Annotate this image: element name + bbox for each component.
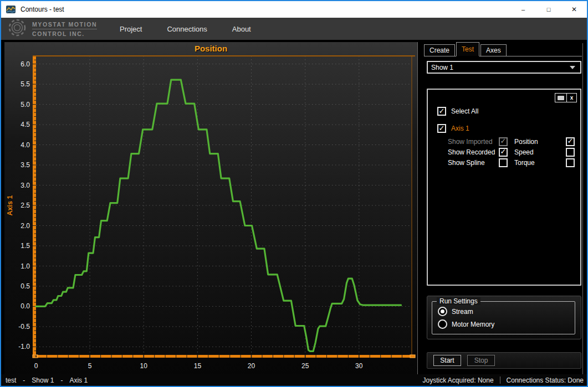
panel-edge-divider — [582, 43, 583, 374]
svg-text:2.5: 2.5 — [21, 202, 30, 209]
svg-text:0.5: 0.5 — [21, 282, 30, 290]
show-spline-checkbox[interactable] — [499, 158, 508, 167]
run-settings-groupbox: Run Settings StreamMotor Memory — [432, 301, 575, 334]
radio-row-stream[interactable]: Stream — [438, 307, 575, 316]
status-item: Connections Status: Done — [507, 376, 584, 384]
legend-restore-button[interactable] — [555, 94, 567, 102]
maximize-button[interactable]: □ — [536, 1, 561, 18]
speed-checkbox[interactable] — [566, 148, 575, 157]
svg-text:5.5: 5.5 — [21, 80, 30, 88]
svg-text:4.5: 4.5 — [21, 121, 30, 128]
tab-strip: CreateTestAxes — [424, 42, 582, 56]
position-checkbox[interactable] — [566, 137, 575, 146]
start-button[interactable]: Start — [433, 355, 461, 366]
status-separator: - — [23, 376, 25, 384]
right-panel: CreateTestAxes Show 1 x Select All Axis … — [423, 42, 585, 375]
brand-text: MYOSTAT MOTION CONTROL INC. — [32, 21, 97, 37]
menu-item-connections[interactable]: Connections — [167, 25, 207, 33]
status-right: Joystick Acquired: NoneConnections Statu… — [423, 376, 584, 384]
app-window: Contours - test – □ ✕ MYOSTAT MOTION CON… — [0, 0, 588, 387]
app-icon — [6, 6, 16, 13]
legend-right-label: Position — [514, 138, 554, 146]
radio-row-motor-memory[interactable]: Motor Memory — [438, 319, 575, 329]
legend-left-label: Show Spline — [448, 159, 499, 167]
close-button[interactable]: ✕ — [561, 1, 587, 18]
svg-text:20: 20 — [248, 362, 255, 370]
status-segment: Axis 1 — [69, 376, 88, 384]
menu-item-project[interactable]: Project — [120, 25, 142, 33]
svg-text:4.0: 4.0 — [21, 141, 30, 149]
svg-text:-0.5: -0.5 — [18, 323, 30, 331]
svg-text:15: 15 — [194, 362, 202, 370]
svg-text:5: 5 — [88, 362, 92, 370]
status-bar: test-Show 1-Axis 1 Joystick Acquired: No… — [1, 374, 587, 386]
legend-row: Show ImportedPosition — [448, 136, 575, 147]
title-bar: Contours - test – □ ✕ — [1, 1, 587, 18]
radio-label: Motor Memory — [452, 321, 494, 328]
chevron-down-icon — [570, 66, 575, 69]
brand-line2: CONTROL INC. — [32, 29, 97, 37]
svg-text:25: 25 — [301, 362, 309, 370]
axis1-label: Axis 1 — [451, 125, 469, 132]
window-title: Contours - test — [21, 6, 64, 13]
stream-radio[interactable] — [438, 307, 447, 316]
legend-right-label: Torque — [514, 159, 554, 167]
y-axis-title: Axis 1 — [6, 195, 14, 216]
legend-left-label: Show Imported — [448, 138, 499, 146]
run-mode-radio-group: StreamMotor Memory — [432, 302, 575, 329]
legend-right-label: Speed — [514, 148, 554, 156]
legend-panel: x Select All Axis 1 Show ImportedPositio… — [427, 89, 581, 286]
tab-axes[interactable]: Axes — [480, 44, 507, 56]
run-settings-panel: Run Settings StreamMotor Memory — [427, 296, 581, 339]
menu-item-about[interactable]: About — [232, 25, 251, 33]
svg-text:6.0: 6.0 — [21, 60, 30, 68]
status-left: test-Show 1-Axis 1 — [6, 376, 88, 384]
status-segment: test — [6, 376, 16, 384]
window-controls: – □ ✕ — [510, 1, 587, 18]
show-dropdown-value: Show 1 — [431, 64, 453, 71]
svg-text:-1.0: -1.0 — [18, 343, 30, 350]
axis1-row: Axis 1 — [437, 124, 469, 133]
status-divider — [500, 376, 500, 384]
brand-gear-icon — [6, 17, 29, 40]
legend-window-buttons: x — [555, 93, 577, 102]
svg-text:3.5: 3.5 — [21, 161, 30, 169]
status-segment: Show 1 — [32, 376, 54, 384]
axis1-checkbox[interactable] — [437, 124, 446, 133]
position-chart-panel: Position 6.05.55.04.54.03.53.02.52.01.51… — [4, 42, 418, 375]
svg-text:10: 10 — [140, 362, 148, 370]
svg-text:5.0: 5.0 — [21, 101, 30, 109]
legend-row: Show SplineTorque — [448, 157, 575, 168]
radio-label: Stream — [452, 308, 473, 316]
tab-create[interactable]: Create — [424, 44, 455, 56]
svg-text:30: 30 — [355, 362, 363, 370]
legend-row: Show RecordedSpeed — [448, 147, 575, 157]
restore-icon — [558, 96, 564, 100]
position-chart: 6.05.55.04.54.03.53.02.52.01.51.00.50.0-… — [4, 42, 418, 375]
legend-option-rows: Show ImportedPositionShow RecordedSpeedS… — [428, 136, 580, 168]
stop-button[interactable]: Stop — [467, 355, 495, 366]
motor-memory-radio[interactable] — [438, 319, 447, 329]
select-all-label: Select All — [451, 107, 478, 115]
show-dropdown[interactable]: Show 1 — [427, 61, 581, 74]
legend-left-label: Show Recorded — [448, 148, 499, 156]
svg-text:0.0: 0.0 — [21, 302, 30, 310]
svg-text:2.0: 2.0 — [21, 222, 30, 230]
brand-line1: MYOSTAT MOTION — [32, 21, 97, 28]
action-button-strip: StartStop — [427, 352, 581, 369]
menu-bar: MYOSTAT MOTION CONTROL INC. ProjectConne… — [1, 18, 587, 40]
svg-text:1.5: 1.5 — [21, 242, 30, 250]
brand-logo: MYOSTAT MOTION CONTROL INC. — [6, 17, 110, 40]
legend-close-button[interactable]: x — [567, 94, 576, 102]
show-imported-checkbox[interactable] — [499, 137, 508, 146]
minimize-button[interactable]: – — [510, 1, 536, 18]
select-all-row: Select All — [437, 107, 478, 116]
svg-text:3.0: 3.0 — [21, 182, 30, 189]
select-all-checkbox[interactable] — [437, 107, 446, 116]
show-recorded-checkbox[interactable] — [499, 148, 508, 157]
y-axis-band — [33, 56, 36, 358]
torque-checkbox[interactable] — [566, 158, 575, 167]
tab-test[interactable]: Test — [456, 42, 479, 56]
svg-text:1.0: 1.0 — [21, 262, 30, 270]
status-separator: - — [60, 376, 63, 384]
